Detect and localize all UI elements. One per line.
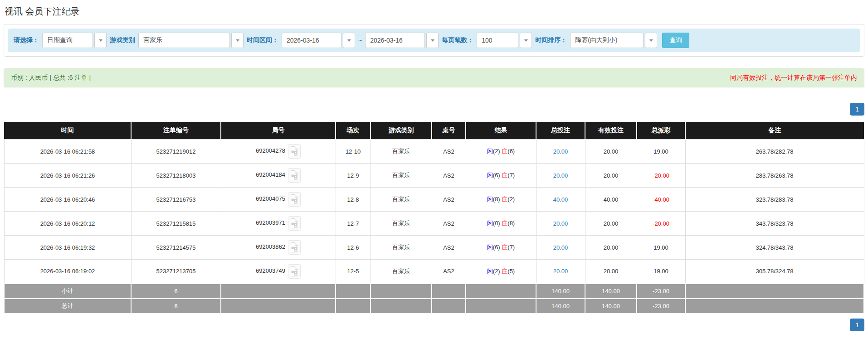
player-result-score: (6) (493, 244, 500, 251)
table-row: 2026-03-16 06:21:26523271218003692004184… (4, 164, 864, 188)
summary-bar: 币别 : 人民币 | 总共 :6 注单 | 同局有效投注，统一计算在该局第一张注… (4, 68, 864, 87)
search-button[interactable]: 查询 (662, 33, 689, 48)
player-result-label: 闲 (487, 268, 493, 275)
page-size-label: 每页笔数： (442, 36, 473, 44)
video-replay-icon[interactable] (288, 168, 301, 183)
total-bet-link[interactable]: 20.00 (553, 268, 568, 275)
summary-total-bet: 140.00 (536, 299, 585, 314)
total-bet-link[interactable]: 40.00 (553, 196, 568, 203)
video-replay-icon[interactable] (288, 192, 301, 207)
cell-total-bet: 20.00 (536, 140, 585, 164)
summary-empty-cell (685, 299, 864, 314)
col-header-valid-bet: 有效投注 (585, 122, 637, 140)
sort-order-dropdown-button[interactable] (645, 33, 657, 48)
date-from-dropdown-button[interactable] (343, 33, 355, 48)
cell-total-bet: 20.00 (536, 236, 585, 260)
cell-bet-id: 523271218003 (131, 164, 221, 188)
date-to-select[interactable]: 2026-03-16 (365, 33, 439, 48)
table-summary: 小计6140.00140.00-23.00总计6140.00140.00-23.… (4, 284, 864, 314)
total-bet-link[interactable]: 20.00 (553, 172, 568, 179)
page-title: 视讯 会员下注纪录 (5, 5, 864, 18)
cell-game: 百家乐 (371, 140, 432, 164)
total-bet-link[interactable]: 20.00 (553, 148, 568, 155)
betting-records-page: 视讯 会员下注纪录 请选择： 日期查询 游戏类别 百家乐 时间区间： 2026-… (0, 0, 868, 343)
cell-payout: -20.00 (637, 212, 685, 236)
banker-result-score: (6) (507, 148, 515, 155)
banker-result-label: 庄 (502, 148, 507, 155)
subtotal-row: 小计6140.00140.00-23.00 (4, 284, 864, 299)
summary-empty-cell (221, 299, 336, 314)
cell-result: 闲(2) 庄(6) (466, 140, 536, 164)
cell-bet-id: 523271214575 (131, 236, 221, 260)
cell-table-no: AS2 (432, 164, 466, 188)
game-category-dropdown-button[interactable] (231, 33, 244, 48)
chevron-down-icon (99, 39, 102, 42)
chevron-down-icon (236, 39, 239, 42)
round-number: 692003862 (256, 243, 285, 250)
query-type-select[interactable]: 日期查询 (42, 33, 107, 48)
page-size-select[interactable]: 100 (477, 33, 532, 48)
cell-round: 692004075 (221, 188, 336, 212)
date-from-select[interactable]: 2026-03-16 (282, 33, 355, 48)
currency-total-text: 币别 : 人民币 | 总共 :6 注单 | (11, 74, 91, 82)
summary-empty-cell (466, 299, 536, 314)
game-category-select[interactable]: 百家乐 (138, 33, 244, 48)
cell-round: 692003971 (221, 212, 336, 236)
cell-table-no: AS2 (432, 236, 466, 260)
video-replay-icon[interactable] (288, 240, 301, 255)
table-row: 2026-03-16 06:20:12523271215815692003971… (4, 212, 864, 236)
page-1-button[interactable]: 1 (850, 319, 864, 331)
total-bet-link[interactable]: 20.00 (553, 244, 568, 251)
cell-payout: 19.00 (637, 260, 685, 284)
summary-payout: -23.00 (637, 299, 685, 314)
banker-result-label: 庄 (502, 220, 507, 227)
cell-session: 12-8 (336, 188, 371, 212)
filter-bar: 请选择： 日期查询 游戏类别 百家乐 时间区间： 2026-03-16 ~ 20… (8, 29, 860, 52)
video-replay-icon[interactable] (288, 264, 301, 279)
cell-total-bet: 20.00 (536, 260, 585, 284)
video-replay-icon[interactable] (288, 216, 301, 231)
banker-result-label: 庄 (502, 172, 507, 179)
table-row: 2026-03-16 06:21:58523271219012692004278… (4, 140, 864, 164)
cell-session: 12-5 (336, 260, 371, 284)
banker-result-score: (7) (507, 244, 515, 251)
total-bet-link[interactable]: 20.00 (553, 220, 568, 227)
cell-payout: 19.00 (637, 140, 685, 164)
cell-bet-id: 523271219012 (131, 140, 221, 164)
cell-session: 12-7 (336, 212, 371, 236)
summary-count: 6 (131, 284, 221, 299)
cell-table-no: AS2 (432, 260, 466, 284)
player-result-score: (2) (493, 268, 500, 275)
video-replay-icon[interactable] (288, 144, 301, 159)
cell-valid-bet: 20.00 (585, 260, 637, 284)
round-number: 692004184 (256, 171, 285, 178)
cell-table-no: AS2 (432, 212, 466, 236)
player-result-score: (8) (493, 196, 500, 203)
cell-round: 692003749 (221, 260, 336, 284)
cell-table-no: AS2 (432, 188, 466, 212)
banker-result-score: (7) (507, 172, 515, 179)
sort-order-value: 降幂(由大到小) (570, 33, 644, 48)
date-from-value: 2026-03-16 (282, 33, 341, 48)
col-header-round: 局号 (221, 122, 336, 140)
page-size-dropdown-button[interactable] (520, 33, 532, 48)
cell-bet-id: 523271216753 (131, 188, 221, 212)
cell-valid-bet: 20.00 (585, 164, 637, 188)
cell-remark: 283.78/263.78 (685, 164, 864, 188)
player-result-label: 闲 (487, 172, 493, 179)
sort-order-label: 时间排序： (535, 36, 567, 44)
date-to-dropdown-button[interactable] (426, 33, 439, 48)
cell-game: 百家乐 (371, 164, 432, 188)
player-result-score: (0) (493, 220, 500, 227)
banker-result-label: 庄 (502, 268, 507, 275)
query-type-dropdown-button[interactable] (94, 33, 107, 48)
col-header-payout: 总派彩 (637, 122, 685, 140)
sort-order-select[interactable]: 降幂(由大到小) (570, 33, 657, 48)
banker-result-label: 庄 (502, 244, 507, 251)
page-1-button[interactable]: 1 (850, 103, 864, 116)
banker-result-score: (2) (507, 196, 515, 203)
cell-remark: 324.78/343.78 (685, 236, 864, 260)
cell-remark: 323.78/283.78 (685, 188, 864, 212)
table-row: 2026-03-16 06:19:32523271214575692003862… (4, 236, 864, 260)
player-result-label: 闲 (487, 220, 493, 227)
